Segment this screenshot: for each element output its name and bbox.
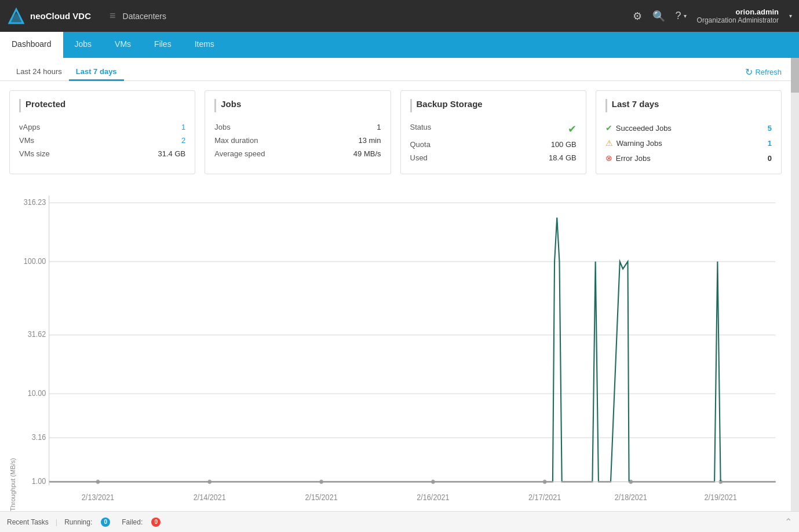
warning-jobs-row: ⚠ Warning Jobs 1 (605, 135, 772, 151)
recent-tasks-link[interactable]: Recent Tasks (7, 518, 49, 526)
vms-label: VMs (19, 136, 34, 145)
vms-size-label: VMs size (19, 149, 50, 158)
last7days-card: Last 7 days ✔ Succeeded Jobs 5 ⚠ Warning… (596, 90, 782, 174)
help-chevron: ▾ (684, 13, 687, 19)
nav-divider: ≡ (110, 10, 116, 22)
backup-storage-title: Backup Storage (410, 99, 577, 112)
protected-card-title: Protected (19, 99, 185, 112)
svg-text:2/16/2021: 2/16/2021 (417, 492, 449, 502)
svg-text:2/17/2021: 2/17/2021 (528, 492, 561, 502)
jobs-card-title: Jobs (214, 99, 381, 112)
warning-icon: ⚠ (605, 138, 613, 148)
quota-value: 100 GB (551, 140, 577, 149)
settings-icon: ⚙ (633, 10, 642, 23)
failed-badge: 0 (151, 518, 160, 527)
avg-speed-row: Average speed 49 MB/s (214, 147, 381, 160)
quota-row: Quota 100 GB (410, 138, 577, 151)
separator: | (56, 518, 57, 526)
status-ok-icon: ✔ (568, 123, 577, 135)
vms-size-value: 31.4 GB (158, 149, 186, 158)
quota-label: Quota (410, 140, 430, 149)
used-value: 18.4 GB (549, 153, 577, 162)
chart-inner: 316.23 100.00 31.62 10.00 3.16 1.00 2/13… (19, 188, 782, 511)
svg-text:2/19/2021: 2/19/2021 (705, 492, 737, 502)
app-logo (7, 7, 25, 25)
help-icon: ? (676, 10, 681, 22)
nav-section: Datacenters (123, 12, 166, 21)
last-7days-btn[interactable]: Last 7 days (69, 64, 124, 81)
topbar-right: ⚙ 🔍 ? ▾ orion.admin Organization Adminis… (633, 8, 792, 24)
jobs-card: Jobs Jobs 1 Max duration 13 min Average … (205, 90, 391, 174)
status-row: Status ✔ (410, 120, 577, 138)
used-label: Used (410, 153, 428, 162)
refresh-icon: ↻ (745, 67, 753, 78)
tab-dashboard[interactable]: Dashboard (0, 32, 63, 58)
search-button[interactable]: 🔍 (652, 10, 665, 23)
used-row: Used 18.4 GB (410, 151, 577, 164)
vms-value: 2 (181, 136, 185, 145)
vms-row: VMs 2 (19, 134, 185, 147)
svg-text:2/13/2021: 2/13/2021 (82, 492, 114, 502)
max-duration-label: Max duration (214, 136, 258, 145)
running-label: Running: (64, 518, 92, 526)
scrollbar[interactable] (791, 58, 799, 511)
error-jobs-row: ⊗ Error Jobs 0 (605, 151, 772, 166)
app-title: neoCloud VDC (30, 11, 91, 21)
user-role: Organization Administrator (697, 16, 779, 24)
succeeded-label: Succeeded Jobs (616, 124, 672, 133)
top-bar: neoCloud VDC ≡ Datacenters ⚙ 🔍 ? ▾ orion… (0, 0, 799, 32)
last-24h-btn[interactable]: Last 24 hours (9, 64, 69, 81)
main-content: Last 24 hours Last 7 days ↻ Refresh Prot… (0, 58, 791, 511)
search-icon: 🔍 (652, 10, 665, 23)
svg-text:3.16: 3.16 (32, 432, 46, 442)
tab-files[interactable]: Files (143, 32, 183, 58)
error-count: 0 (768, 154, 772, 163)
warning-label: Warning Jobs (616, 139, 662, 148)
expand-icon[interactable]: ⌃ (785, 516, 792, 527)
jobs-count-label: Jobs (214, 123, 230, 131)
tab-items[interactable]: Items (183, 32, 226, 58)
avg-speed-label: Average speed (214, 149, 265, 158)
username: orion.admin (697, 8, 779, 16)
svg-text:100.00: 100.00 (24, 255, 46, 265)
tab-jobs[interactable]: Jobs (63, 32, 104, 58)
tab-bar: Dashboard Jobs VMs Files Items (0, 32, 799, 58)
chart-wrap: Throughput (MB/s) (9, 188, 782, 511)
running-badge: 0 (101, 518, 110, 527)
status-label: Status (410, 123, 432, 135)
failed-label: Failed: (122, 518, 143, 526)
svg-text:316.23: 316.23 (24, 197, 46, 207)
jobs-count-value: 1 (377, 123, 381, 131)
max-duration-row: Max duration 13 min (214, 134, 381, 147)
error-label: Error Jobs (616, 154, 651, 163)
last7days-title: Last 7 days (605, 99, 772, 112)
help-button[interactable]: ? ▾ (676, 10, 687, 22)
svg-text:31.62: 31.62 (28, 329, 46, 339)
svg-text:2/14/2021: 2/14/2021 (194, 492, 226, 502)
logo-area: neoCloud VDC (7, 7, 91, 25)
vms-size-row: VMs size 31.4 GB (19, 147, 185, 160)
jobs-count-row: Jobs 1 (214, 120, 381, 134)
svg-text:2/15/2021: 2/15/2021 (305, 492, 337, 502)
vapps-label: vApps (19, 123, 40, 131)
tab-vms[interactable]: VMs (103, 32, 143, 58)
time-filter-row: Last 24 hours Last 7 days ↻ Refresh (0, 58, 791, 81)
succeeded-icon: ✔ (605, 123, 612, 133)
cards-row: Protected vApps 1 VMs 2 VMs size 31.4 GB… (0, 81, 791, 184)
succeeded-count: 5 (768, 124, 772, 133)
max-duration-value: 13 min (358, 136, 381, 145)
chart-container: Throughput (MB/s) (0, 184, 791, 511)
succeeded-jobs-row: ✔ Succeeded Jobs 5 (605, 120, 772, 135)
y-axis-label: Throughput (MB/s) (9, 188, 16, 511)
scrollbar-thumb[interactable] (791, 58, 799, 93)
backup-storage-card: Backup Storage Status ✔ Quota 100 GB Use… (400, 90, 586, 174)
avg-speed-value: 49 MB/s (353, 149, 381, 158)
protected-card: Protected vApps 1 VMs 2 VMs size 31.4 GB (9, 90, 195, 174)
warning-count: 1 (768, 139, 772, 148)
svg-text:1.00: 1.00 (32, 476, 46, 486)
user-area[interactable]: orion.admin Organization Administrator (697, 8, 779, 24)
settings-button[interactable]: ⚙ (633, 10, 642, 23)
refresh-button[interactable]: ↻ Refresh (745, 67, 782, 78)
footer: Recent Tasks | Running: 0 Failed: 0 ⌃ (0, 511, 799, 532)
svg-text:2/18/2021: 2/18/2021 (615, 492, 647, 502)
